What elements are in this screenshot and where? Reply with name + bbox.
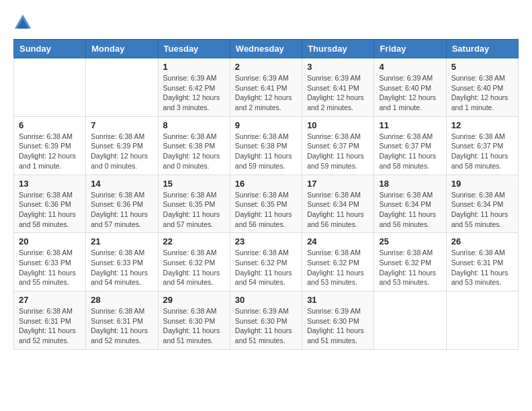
- day-info: Sunrise: 6:38 AM Sunset: 6:32 PM Dayligh…: [163, 248, 225, 287]
- calendar-cell: 6Sunrise: 6:38 AM Sunset: 6:39 PM Daylig…: [14, 116, 86, 175]
- weekday-header-friday: Friday: [374, 40, 446, 58]
- day-info: Sunrise: 6:38 AM Sunset: 6:34 PM Dayligh…: [451, 190, 513, 230]
- day-number: 4: [379, 62, 441, 72]
- day-number: 29: [163, 295, 225, 305]
- calendar-cell: 19Sunrise: 6:38 AM Sunset: 6:34 PM Dayli…: [446, 175, 518, 233]
- weekday-header-saturday: Saturday: [446, 40, 518, 58]
- page-header: [13, 13, 519, 32]
- calendar-cell: 25Sunrise: 6:38 AM Sunset: 6:32 PM Dayli…: [374, 233, 446, 291]
- day-info: Sunrise: 6:38 AM Sunset: 6:31 PM Dayligh…: [451, 248, 513, 287]
- day-info: Sunrise: 6:38 AM Sunset: 6:34 PM Dayligh…: [379, 190, 441, 230]
- day-number: 12: [451, 120, 513, 130]
- calendar-cell: 20Sunrise: 6:38 AM Sunset: 6:33 PM Dayli…: [14, 233, 86, 291]
- calendar-cell: 27Sunrise: 6:38 AM Sunset: 6:31 PM Dayli…: [14, 291, 86, 350]
- calendar-cell: 14Sunrise: 6:38 AM Sunset: 6:36 PM Dayli…: [86, 175, 158, 233]
- calendar-cell: 29Sunrise: 6:38 AM Sunset: 6:30 PM Dayli…: [158, 291, 230, 350]
- day-info: Sunrise: 6:39 AM Sunset: 6:30 PM Dayligh…: [307, 306, 369, 346]
- day-info: Sunrise: 6:38 AM Sunset: 6:37 PM Dayligh…: [451, 132, 513, 171]
- day-number: 30: [235, 295, 297, 305]
- day-number: 5: [451, 62, 513, 72]
- day-number: 15: [163, 179, 225, 189]
- calendar-cell: 28Sunrise: 6:38 AM Sunset: 6:31 PM Dayli…: [86, 291, 158, 350]
- day-info: Sunrise: 6:38 AM Sunset: 6:38 PM Dayligh…: [163, 132, 225, 171]
- weekday-header-row: SundayMondayTuesdayWednesdayThursdayFrid…: [14, 40, 519, 58]
- calendar-week-row: 13Sunrise: 6:38 AM Sunset: 6:36 PM Dayli…: [14, 175, 519, 233]
- calendar-cell: 10Sunrise: 6:38 AM Sunset: 6:37 PM Dayli…: [302, 116, 374, 175]
- calendar-cell: 3Sunrise: 6:39 AM Sunset: 6:41 PM Daylig…: [302, 58, 374, 117]
- day-number: 6: [19, 120, 81, 130]
- day-number: 10: [307, 120, 369, 130]
- calendar-cell: 8Sunrise: 6:38 AM Sunset: 6:38 PM Daylig…: [158, 116, 230, 175]
- calendar-cell: 31Sunrise: 6:39 AM Sunset: 6:30 PM Dayli…: [302, 291, 374, 350]
- day-number: 19: [451, 179, 513, 189]
- day-info: Sunrise: 6:39 AM Sunset: 6:41 PM Dayligh…: [235, 73, 297, 113]
- calendar-table: SundayMondayTuesdayWednesdayThursdayFrid…: [13, 39, 519, 350]
- weekday-header-monday: Monday: [86, 40, 158, 58]
- day-number: 18: [379, 179, 441, 189]
- day-info: Sunrise: 6:39 AM Sunset: 6:41 PM Dayligh…: [307, 73, 369, 113]
- calendar-cell: [446, 291, 518, 350]
- calendar-week-row: 27Sunrise: 6:38 AM Sunset: 6:31 PM Dayli…: [14, 291, 519, 350]
- calendar-cell: 15Sunrise: 6:38 AM Sunset: 6:35 PM Dayli…: [158, 175, 230, 233]
- logo: [13, 13, 35, 32]
- day-number: 24: [307, 236, 369, 246]
- day-number: 7: [91, 120, 152, 130]
- calendar-cell: 4Sunrise: 6:39 AM Sunset: 6:40 PM Daylig…: [374, 58, 446, 117]
- day-info: Sunrise: 6:38 AM Sunset: 6:33 PM Dayligh…: [91, 248, 152, 287]
- day-info: Sunrise: 6:38 AM Sunset: 6:39 PM Dayligh…: [91, 132, 152, 171]
- day-number: 26: [451, 236, 513, 246]
- day-info: Sunrise: 6:38 AM Sunset: 6:40 PM Dayligh…: [451, 73, 513, 113]
- weekday-header-wednesday: Wednesday: [230, 40, 302, 58]
- day-number: 9: [235, 120, 297, 130]
- day-number: 1: [163, 62, 225, 72]
- day-info: Sunrise: 6:38 AM Sunset: 6:35 PM Dayligh…: [163, 190, 225, 230]
- day-info: Sunrise: 6:38 AM Sunset: 6:35 PM Dayligh…: [235, 190, 297, 230]
- day-info: Sunrise: 6:38 AM Sunset: 6:32 PM Dayligh…: [307, 248, 369, 287]
- weekday-header-tuesday: Tuesday: [158, 40, 230, 58]
- day-info: Sunrise: 6:38 AM Sunset: 6:31 PM Dayligh…: [91, 306, 152, 346]
- day-number: 31: [307, 295, 369, 305]
- calendar-cell: 18Sunrise: 6:38 AM Sunset: 6:34 PM Dayli…: [374, 175, 446, 233]
- calendar-cell: 24Sunrise: 6:38 AM Sunset: 6:32 PM Dayli…: [302, 233, 374, 291]
- calendar-cell: 13Sunrise: 6:38 AM Sunset: 6:36 PM Dayli…: [14, 175, 86, 233]
- calendar-cell: 7Sunrise: 6:38 AM Sunset: 6:39 PM Daylig…: [86, 116, 158, 175]
- day-info: Sunrise: 6:38 AM Sunset: 6:31 PM Dayligh…: [19, 306, 81, 346]
- weekday-header-sunday: Sunday: [14, 40, 86, 58]
- calendar-cell: [374, 291, 446, 350]
- day-number: 23: [235, 236, 297, 246]
- calendar-cell: 9Sunrise: 6:38 AM Sunset: 6:38 PM Daylig…: [230, 116, 302, 175]
- calendar-cell: 12Sunrise: 6:38 AM Sunset: 6:37 PM Dayli…: [446, 116, 518, 175]
- day-info: Sunrise: 6:38 AM Sunset: 6:32 PM Dayligh…: [379, 248, 441, 287]
- day-number: 27: [19, 295, 81, 305]
- day-info: Sunrise: 6:38 AM Sunset: 6:36 PM Dayligh…: [91, 190, 152, 230]
- day-number: 25: [379, 236, 441, 246]
- day-number: 17: [307, 179, 369, 189]
- day-number: 14: [91, 179, 152, 189]
- calendar-cell: 11Sunrise: 6:38 AM Sunset: 6:37 PM Dayli…: [374, 116, 446, 175]
- day-info: Sunrise: 6:38 AM Sunset: 6:36 PM Dayligh…: [19, 190, 81, 230]
- day-number: 20: [19, 236, 81, 246]
- day-info: Sunrise: 6:38 AM Sunset: 6:34 PM Dayligh…: [307, 190, 369, 230]
- calendar-week-row: 20Sunrise: 6:38 AM Sunset: 6:33 PM Dayli…: [14, 233, 519, 291]
- day-number: 21: [91, 236, 152, 246]
- day-number: 3: [307, 62, 369, 72]
- day-number: 11: [379, 120, 441, 130]
- day-number: 28: [91, 295, 152, 305]
- day-info: Sunrise: 6:38 AM Sunset: 6:37 PM Dayligh…: [379, 132, 441, 171]
- calendar-cell: 23Sunrise: 6:38 AM Sunset: 6:32 PM Dayli…: [230, 233, 302, 291]
- logo-icon: [13, 13, 32, 32]
- day-info: Sunrise: 6:39 AM Sunset: 6:30 PM Dayligh…: [235, 306, 297, 346]
- calendar-cell: 16Sunrise: 6:38 AM Sunset: 6:35 PM Dayli…: [230, 175, 302, 233]
- day-info: Sunrise: 6:39 AM Sunset: 6:40 PM Dayligh…: [379, 73, 441, 113]
- weekday-header-thursday: Thursday: [302, 40, 374, 58]
- day-info: Sunrise: 6:38 AM Sunset: 6:33 PM Dayligh…: [19, 248, 81, 287]
- calendar-cell: 1Sunrise: 6:39 AM Sunset: 6:42 PM Daylig…: [158, 58, 230, 117]
- day-info: Sunrise: 6:38 AM Sunset: 6:39 PM Dayligh…: [19, 132, 81, 171]
- day-number: 22: [163, 236, 225, 246]
- calendar-cell: [86, 58, 158, 117]
- day-number: 16: [235, 179, 297, 189]
- calendar-cell: 26Sunrise: 6:38 AM Sunset: 6:31 PM Dayli…: [446, 233, 518, 291]
- calendar-cell: 30Sunrise: 6:39 AM Sunset: 6:30 PM Dayli…: [230, 291, 302, 350]
- day-number: 2: [235, 62, 297, 72]
- day-info: Sunrise: 6:38 AM Sunset: 6:38 PM Dayligh…: [235, 132, 297, 171]
